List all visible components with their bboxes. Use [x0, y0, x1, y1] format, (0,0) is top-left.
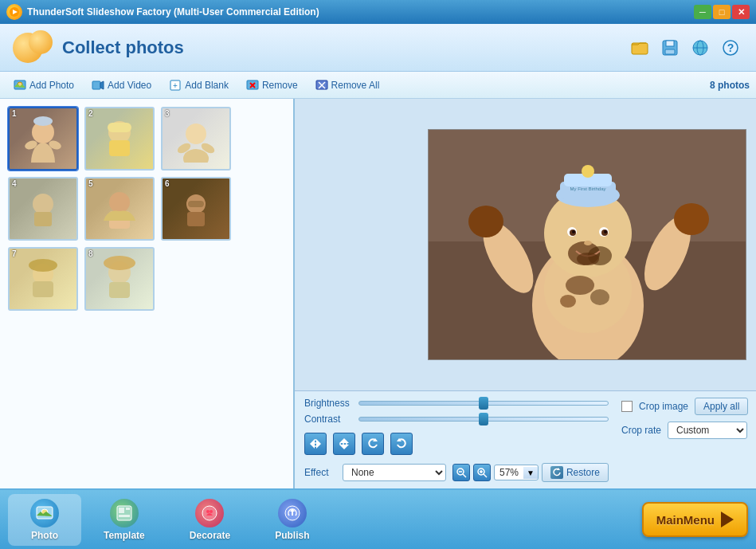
svg-point-57 — [582, 165, 594, 178]
restore-label: Restore — [566, 467, 600, 478]
crop-image-checkbox[interactable] — [621, 401, 633, 412]
apply-all-button[interactable]: Apply all — [695, 398, 748, 415]
nav-publish[interactable]: Publish — [253, 494, 331, 546]
svg-marker-79 — [339, 438, 349, 443]
add-video-icon — [92, 79, 104, 92]
photo-thumb-8[interactable]: 8 — [84, 247, 155, 311]
help-button[interactable]: ? — [718, 35, 743, 61]
main-menu-button[interactable]: MainMenu — [642, 502, 748, 537]
rotate-right-button[interactable] — [390, 433, 413, 455]
svg-point-36 — [33, 194, 53, 214]
page-title: Collect photos — [62, 37, 184, 58]
effect-select[interactable]: None — [343, 464, 446, 481]
header: Collect photos ? — [0, 24, 756, 72]
crop-rate-select[interactable]: Custom 4:3 16:9 1:1 3:2 — [668, 422, 747, 439]
maximize-button[interactable]: □ — [713, 5, 731, 19]
crop-image-row: Crop image Apply all — [621, 398, 756, 415]
svg-line-85 — [463, 474, 466, 477]
photo-thumb-5[interactable]: 5 — [84, 177, 155, 241]
header-icons: ? — [627, 35, 743, 61]
zoom-value: 57% — [495, 465, 523, 480]
svg-line-88 — [484, 474, 487, 477]
decorate-nav-label: Decorate — [190, 530, 230, 541]
controls-area: Brightness Contrast — [295, 390, 756, 488]
svg-rect-31 — [108, 123, 131, 132]
window-controls: ─ □ ✕ — [694, 5, 750, 19]
photo-thumb-6[interactable]: 6 — [161, 177, 231, 241]
web-button[interactable] — [687, 35, 713, 61]
photos-count: 8 photos — [710, 80, 750, 91]
brightness-slider[interactable] — [358, 401, 609, 406]
remove-all-button[interactable]: Remove All — [308, 76, 387, 95]
photo-thumb-7[interactable]: 7 — [8, 247, 78, 311]
zoom-out-button[interactable] — [452, 464, 470, 481]
svg-point-65 — [566, 276, 594, 295]
svg-text:?: ? — [727, 41, 734, 54]
photo-thumb-4[interactable]: 4 — [8, 177, 78, 241]
rotate-left-button[interactable] — [362, 433, 384, 455]
svg-marker-78 — [316, 439, 321, 449]
nav-items: Photo Template Decorate Publish — [8, 494, 332, 546]
decorate-nav-icon — [195, 499, 224, 527]
svg-rect-44 — [33, 281, 53, 297]
svg-rect-96 — [119, 508, 124, 513]
title-bar-left: ThunderSoft Slideshow Factory (Multi-Use… — [6, 4, 319, 20]
zoom-controls: 57% ▼ Restore — [452, 463, 609, 482]
nav-template[interactable]: Template — [81, 494, 167, 546]
controls-left: Brightness Contrast — [304, 398, 609, 482]
add-blank-button[interactable]: + Add Blank — [162, 76, 236, 95]
zoom-in-button[interactable] — [473, 464, 491, 481]
photo-thumb-2[interactable]: 2 — [84, 107, 155, 171]
folder-button[interactable] — [627, 35, 652, 61]
toolbar-buttons: Add Photo Add Video + Add Blank Remove R… — [6, 76, 386, 95]
effect-label: Effect — [304, 467, 336, 478]
svg-point-67 — [560, 295, 576, 308]
minimize-button[interactable]: ─ — [694, 5, 711, 19]
add-photo-button[interactable]: Add Photo — [6, 76, 81, 95]
contrast-thumb[interactable] — [479, 413, 488, 425]
zoom-dropdown-button[interactable]: ▼ — [523, 467, 538, 479]
photo-grid: 1 2 3 — [0, 99, 295, 488]
add-video-button[interactable]: Add Video — [84, 76, 159, 95]
svg-point-100 — [206, 510, 210, 513]
remove-icon — [246, 79, 259, 92]
publish-nav-label: Publish — [275, 530, 309, 541]
nav-photo[interactable]: Photo — [8, 494, 81, 546]
flip-vertical-button[interactable] — [333, 433, 355, 455]
brightness-row: Brightness — [304, 398, 609, 409]
svg-point-32 — [183, 149, 209, 163]
svg-rect-4 — [666, 41, 674, 46]
crop-rate-row: Crop rate Custom 4:3 16:9 1:1 3:2 — [621, 422, 756, 439]
photo-thumb-1[interactable]: 1 — [8, 107, 78, 171]
preview-image: My First Birthday — [428, 129, 746, 360]
add-blank-icon: + — [169, 79, 182, 92]
svg-point-26 — [33, 116, 53, 126]
svg-point-101 — [210, 510, 213, 513]
contrast-slider[interactable] — [358, 417, 609, 422]
svg-point-73 — [604, 230, 607, 233]
svg-marker-15 — [100, 81, 104, 89]
preview-area: My First Birthday — [295, 99, 756, 488]
svg-rect-5 — [665, 49, 675, 54]
svg-rect-98 — [119, 515, 130, 517]
remove-all-icon — [315, 79, 328, 92]
svg-rect-97 — [126, 508, 130, 510]
svg-point-66 — [590, 289, 609, 305]
photo-thumb-3[interactable]: 3 — [161, 107, 231, 171]
zoom-value-container: 57% ▼ — [494, 465, 539, 480]
template-nav-icon — [110, 499, 139, 527]
flip-horizontal-button[interactable] — [304, 433, 327, 455]
nav-decorate[interactable]: Decorate — [167, 494, 253, 546]
remove-button[interactable]: Remove — [239, 76, 305, 95]
restore-button[interactable]: Restore — [542, 463, 609, 482]
title-bar: ThunderSoft Slideshow Factory (Multi-Use… — [0, 0, 756, 24]
crop-image-label: Crop image — [639, 401, 688, 412]
svg-text:My First Birthday: My First Birthday — [570, 186, 605, 191]
contrast-row: Contrast — [304, 414, 609, 425]
bottom-nav: Photo Template Decorate Publish MainMenu — [0, 488, 756, 549]
brightness-thumb[interactable] — [479, 397, 488, 410]
svg-point-45 — [29, 259, 57, 272]
save-button[interactable] — [657, 35, 683, 61]
close-button[interactable]: ✕ — [732, 5, 750, 19]
svg-point-64 — [674, 203, 709, 235]
